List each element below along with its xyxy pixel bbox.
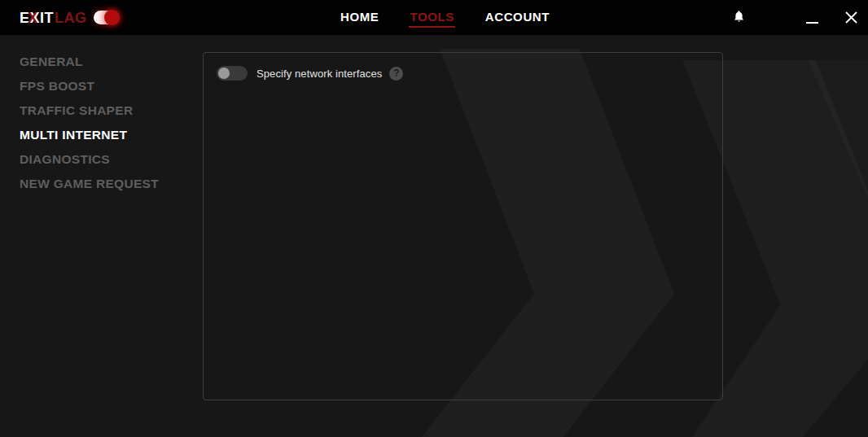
switch-knob <box>218 68 230 79</box>
close-icon <box>844 11 858 24</box>
tools-sidebar: GENERAL FPS BOOST TRAFFIC SHAPER MULTI I… <box>0 35 202 196</box>
sidebar-item-general[interactable]: GENERAL <box>20 50 202 74</box>
notifications-button[interactable] <box>728 7 749 28</box>
logo-text-exit-it: IT <box>40 11 54 25</box>
exitlag-logo: E X IT LAG <box>20 0 87 35</box>
specify-network-interfaces-toggle[interactable] <box>217 66 248 81</box>
logo-x-glyph: X <box>30 11 41 25</box>
minimize-button[interactable] <box>801 7 822 28</box>
exitlag-window: E X IT LAG HOME TOOLS ACCOUNT <box>0 0 868 437</box>
power-toggle-knob <box>104 10 120 25</box>
sidebar-item-fps-boost[interactable]: FPS BOOST <box>20 74 202 98</box>
sidebar-item-multi-internet[interactable]: MULTI INTERNET <box>20 123 202 147</box>
app-body: GENERAL FPS BOOST TRAFFIC SHAPER MULTI I… <box>0 35 868 437</box>
nav-tools[interactable]: TOOLS <box>409 7 454 28</box>
sidebar-item-new-game-request[interactable]: NEW GAME REQUEST <box>20 172 202 196</box>
specify-interfaces-label: Specify network interfaces <box>256 68 382 80</box>
multi-internet-panel: Specify network interfaces ? <box>203 52 723 400</box>
specify-interfaces-row: Specify network interfaces ? <box>217 66 403 81</box>
window-actions <box>728 0 868 35</box>
logo-text-lag: LAG <box>55 11 87 25</box>
power-toggle[interactable] <box>94 11 120 24</box>
minimize-icon <box>806 22 818 24</box>
question-icon[interactable]: ? <box>389 67 403 81</box>
close-button[interactable] <box>840 7 861 28</box>
top-navigation: HOME TOOLS ACCOUNT <box>340 0 550 35</box>
nav-home[interactable]: HOME <box>340 7 379 28</box>
titlebar: E X IT LAG HOME TOOLS ACCOUNT <box>0 0 868 35</box>
nav-account[interactable]: ACCOUNT <box>484 7 550 28</box>
sidebar-item-traffic-shaper[interactable]: TRAFFIC SHAPER <box>20 98 202 123</box>
sidebar-item-diagnostics[interactable]: DIAGNOSTICS <box>20 147 202 172</box>
bell-icon <box>731 10 747 25</box>
